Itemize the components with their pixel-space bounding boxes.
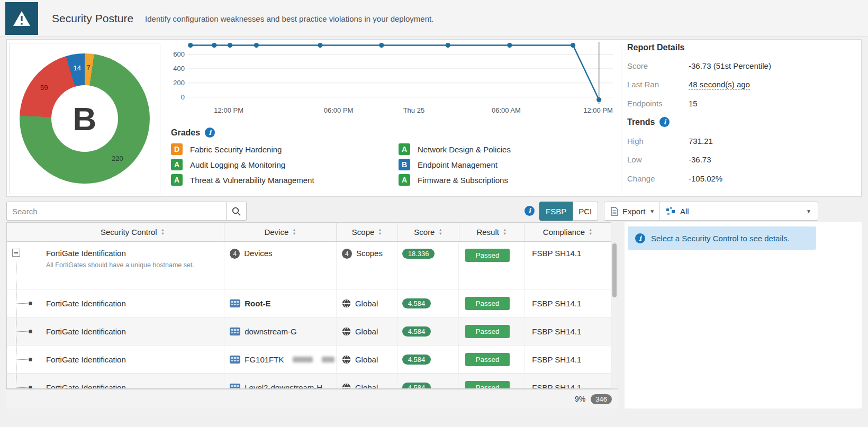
pci-button[interactable]: PCI [573,202,598,221]
standard-toggle: FSBP PCI [539,202,598,221]
result-cell: Passed [459,242,525,289]
sort-icon: ▲▼ [589,229,592,235]
score-cell: 4.584 [398,317,459,345]
table-scrollbar[interactable] [611,242,618,389]
y-axis-tick-label: 600 [167,50,185,58]
page-header: Security Posture Identify configuration … [0,0,868,37]
header-score[interactable]: Score ▲▼ [398,223,459,241]
grades-title: Grades [171,128,215,138]
collapse-row-icon[interactable] [12,249,20,257]
redacted-text [322,357,334,362]
grade-badge: A [399,174,410,186]
grade-badge: A [399,143,410,155]
tree-cell [7,317,41,345]
sort-icon: ▲▼ [503,229,507,235]
grade-badge: D [171,143,183,155]
donut-center: B [51,85,118,152]
summary-panel: B 72205914 0200400600 12:00 PM06:00 PMTh… [6,39,862,197]
globe-icon [342,355,351,364]
globe-icon [342,383,351,389]
control-description: All FortiGates should have a unique host… [46,261,194,269]
last-ran-value[interactable]: 48 second(s) ago [689,80,750,90]
sort-icon: ▲▼ [161,229,165,235]
scope-cell: Global [337,374,398,389]
tree-line [16,359,28,360]
header-compliance[interactable]: Compliance ▲▼ [525,223,611,241]
result-badge: Passed [465,353,509,366]
device-cell: FG101FTK [224,346,337,373]
security-posture-page: Security Posture Identify configuration … [0,0,868,427]
scrollbar-thumb[interactable] [612,243,617,297]
standard-info-icon[interactable] [525,206,535,216]
report-row-endpoints: Endpoints15 [627,99,698,108]
table-row-device[interactable]: FortiGate Identification FG101FTK Global… [7,346,611,374]
fsbp-button[interactable]: FSBP [539,202,573,221]
device-cell: Level2-downstream-H [224,374,337,389]
security-controls-table: Security Control ▲▼ Device ▲▼ Scope ▲▼ S… [6,222,611,389]
compliance-cell: FSBP SH14.1 [525,374,611,389]
result-cell: Passed [459,289,525,317]
x-axis-tick-label: 12:00 PM [205,106,252,114]
score-pill: 4.584 [402,326,431,337]
result-badge: Passed [465,381,509,389]
x-axis-tick-label: Thu 25 [390,106,438,114]
control-cell: FortiGate Identification [41,346,224,373]
search-bar [6,202,247,221]
report-row-change: Change-105.02% [627,174,722,183]
donut-segment-label: 14 [74,64,81,72]
scope-cell: Global [337,289,398,317]
tree-cell [7,346,41,373]
trends-info-icon[interactable] [659,117,670,127]
scope-cell: Global [337,317,398,345]
grade-donut-box: B 72205914 [9,43,160,194]
result-cell: Passed [459,346,525,373]
device-cell: 4 Devices [224,242,337,289]
result-badge: Passed [465,325,509,338]
score-cell: 4.584 [398,346,459,373]
table-row-device[interactable]: FortiGate Identification downstream-G Gl… [7,317,611,346]
compliance-cell: FSBP SH14.1 [525,346,611,373]
expand-cell [7,242,41,289]
grade-item: A Threat & Vulnerability Management [171,174,314,186]
search-button[interactable] [227,202,247,221]
header-result[interactable]: Result ▲▼ [459,223,525,241]
search-input[interactable] [6,202,227,221]
fortigate-device-icon [230,384,240,389]
search-icon [232,207,241,216]
page-subtitle: Identify configuration weaknesses and be… [145,14,433,23]
grade-donut-chart[interactable]: B 72205914 [20,53,150,184]
export-button[interactable]: Export [604,202,662,221]
grade-badge: B [399,159,410,170]
table-row-parent[interactable]: FortiGate Identification All FortiGates … [7,242,611,289]
score-trend-chart[interactable] [188,42,613,104]
score-cell: 18.336 [398,242,459,289]
result-badge: Passed [465,249,509,262]
score-pill: 4.584 [402,298,431,308]
header-device[interactable]: Device ▲▼ [224,223,337,241]
tree-node-dot [29,330,32,333]
redacted-text [293,357,313,362]
sort-icon: ▲▼ [292,229,296,235]
fortigate-device-icon [230,328,240,335]
fabric-devices-icon [666,206,675,216]
tree-line [16,331,28,332]
fortigate-device-icon [230,299,240,307]
table-row-device[interactable]: FortiGate Identification Level2-downstre… [7,374,611,389]
control-cell: FortiGate Identification [41,317,224,345]
scope-filter-dropdown[interactable]: All [659,202,818,221]
y-axis-tick-label: 400 [167,65,185,72]
chevron-down-icon [649,208,655,214]
table-row-device[interactable]: FortiGate Identification Root-E Global 4… [7,289,611,317]
report-details-title: Report Details [627,43,684,52]
grades-column-1: D Fabric Security Hardening A Audit Logg… [171,143,314,186]
score-cell: 4.584 [398,289,459,317]
header-security-control[interactable]: Security Control ▲▼ [41,223,224,241]
report-row-high: High731.21 [627,137,713,146]
security-posture-icon [5,2,38,35]
score-cell: 4.584 [398,374,459,389]
table-status-bar: 9% 346 [6,389,618,408]
header-scope[interactable]: Scope ▲▼ [337,223,398,241]
device-count-badge: 4 [230,249,240,259]
grades-info-icon[interactable] [205,128,215,138]
result-cell: Passed [459,317,525,345]
